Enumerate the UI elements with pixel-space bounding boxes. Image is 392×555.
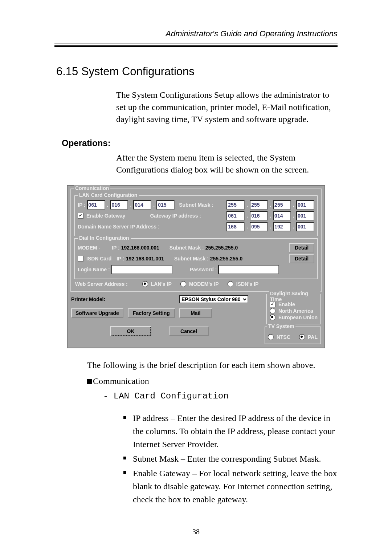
- gw-3[interactable]: [273, 211, 291, 220]
- running-header: Administrator's Guide and Operating Inst…: [0, 29, 392, 39]
- login-label: Login Name :: [78, 267, 110, 272]
- dst-enable-label: Enable: [278, 301, 295, 307]
- header-divider: [54, 44, 338, 47]
- list-item: Subnet Mask – Enter the corresponding Su…: [123, 452, 338, 465]
- gw-1[interactable]: [226, 211, 245, 220]
- subnet-2[interactable]: [250, 200, 268, 210]
- isdn-checkbox[interactable]: [78, 256, 83, 262]
- dns-2[interactable]: [250, 222, 268, 231]
- dialin-group-label: Dial In Configuration: [78, 235, 131, 241]
- tv-pal-label: PAL: [308, 334, 318, 340]
- tv-ntsc-radio[interactable]: [268, 334, 274, 340]
- section-title: 6.15 System Configurations: [56, 65, 392, 78]
- mail-button[interactable]: Mail: [179, 308, 212, 318]
- gateway-label: Gateway IP address :: [150, 213, 201, 219]
- subnet-label: Subnet Mask :: [179, 202, 213, 208]
- lan-config-heading: - LAN Card Configuration: [103, 390, 338, 403]
- ip-octet-4[interactable]: [156, 200, 175, 210]
- isdn-label: ISDN Card: [86, 256, 111, 262]
- printer-select[interactable]: EPSON Stylus Color 980: [179, 295, 248, 303]
- password-input[interactable]: [218, 265, 279, 274]
- isdn-detail-button[interactable]: Detail: [289, 254, 314, 263]
- page-number: 38: [0, 528, 392, 536]
- web-isdn-radio[interactable]: [228, 281, 233, 287]
- modem-ip-label: IP :: [112, 245, 120, 251]
- subnet-4[interactable]: [296, 200, 314, 210]
- comm-group-label: Comunication: [74, 185, 110, 191]
- dst-enable-checkbox[interactable]: ✓: [270, 301, 275, 307]
- cancel-button[interactable]: Cancel: [169, 327, 209, 336]
- dns-1[interactable]: [226, 222, 245, 231]
- tv-group-label: TV System: [267, 323, 295, 329]
- ip-label: IP :: [78, 202, 86, 208]
- enable-gateway-label: Enable Gateway: [86, 213, 125, 219]
- modem-ip-value: 192.168.000.001: [121, 245, 159, 251]
- isdn-sm-label: Subnet Mask :: [174, 256, 209, 262]
- dns-label: Domain Name Server IP Address :: [78, 224, 160, 230]
- square-bullet-icon: [87, 379, 92, 384]
- isdn-ip-value: 192.168.001.001: [126, 256, 164, 262]
- dst-eu-radio[interactable]: [270, 315, 275, 320]
- dns-4[interactable]: [296, 222, 314, 231]
- printer-label: Printer Model:: [71, 296, 105, 302]
- operations-heading: Operations:: [62, 138, 392, 148]
- dst-eu-label: European Union: [278, 315, 318, 320]
- web-modem-radio[interactable]: [180, 281, 186, 287]
- system-config-dialog: Comunication LAN Card Configuration IP :…: [67, 185, 325, 348]
- web-isdn-label: ISDN's IP: [236, 281, 259, 287]
- web-lan-radio[interactable]: [142, 281, 148, 287]
- gw-4[interactable]: [296, 211, 314, 220]
- modem-sm-value: 255.255.255.0: [205, 245, 238, 251]
- bullet-list: IP address – Enter the desired IP addres…: [123, 412, 338, 506]
- ip-octet-3[interactable]: [133, 200, 151, 210]
- password-label: Password :: [190, 267, 217, 272]
- web-lan-label: LAN's IP: [151, 281, 172, 287]
- tv-pal-radio[interactable]: [299, 334, 305, 340]
- ok-button[interactable]: OK: [111, 327, 151, 336]
- enable-gateway-checkbox[interactable]: ✓: [78, 213, 83, 219]
- isdn-sm-value: 255.255.255.0: [210, 256, 243, 262]
- tv-ntsc-label: NTSC: [277, 334, 290, 340]
- tv-group: TV System NTSC PAL: [265, 327, 321, 344]
- modem-detail-button[interactable]: Detail: [289, 243, 314, 252]
- gw-2[interactable]: [250, 211, 268, 220]
- dst-na-label: North America: [278, 308, 313, 314]
- isdn-ip-label: IP :: [117, 256, 124, 262]
- post-paragraph: The following is the brief description f…: [87, 358, 338, 372]
- intro-paragraph: The System Configurations Setup allows t…: [116, 89, 338, 126]
- list-item: IP address – Enter the desired IP addres…: [123, 412, 338, 451]
- comm-heading: Communication: [87, 374, 338, 388]
- web-modem-label: MODEM's IP: [189, 281, 219, 287]
- login-input[interactable]: [111, 265, 172, 274]
- ip-octet-2[interactable]: [110, 200, 128, 210]
- modem-sm-label: Subnet Mask :: [170, 245, 204, 251]
- ip-octet-1[interactable]: [87, 200, 105, 210]
- web-server-label: Web Server Address :: [75, 281, 128, 287]
- dst-na-radio[interactable]: [270, 308, 275, 314]
- software-upgrade-button[interactable]: Software Upgrade: [71, 308, 123, 318]
- subnet-1[interactable]: [226, 200, 245, 210]
- modem-label: MODEM -: [78, 245, 100, 251]
- subnet-3[interactable]: [273, 200, 291, 210]
- dst-group-label: Daylight Saving Time: [269, 291, 320, 302]
- operations-paragraph: After the System menu item is selected, …: [116, 152, 338, 176]
- dns-3[interactable]: [273, 222, 291, 231]
- list-item: Enable Gateway – For local network setti…: [123, 467, 338, 506]
- factory-setting-button[interactable]: Factory Setting: [128, 308, 175, 318]
- lan-group-label: LAN Card Configuration: [78, 192, 139, 198]
- dst-group: Daylight Saving Time ✓Enable North Ameri…: [266, 294, 321, 324]
